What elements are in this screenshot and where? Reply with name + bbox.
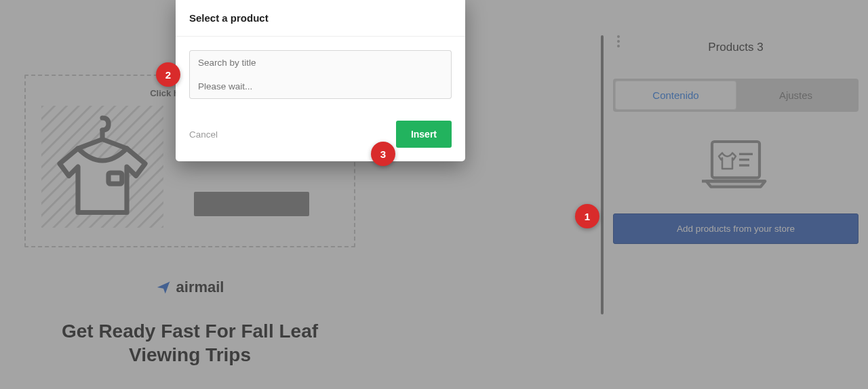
modal-title: Select a product xyxy=(189,12,452,24)
cancel-button[interactable]: Cancel xyxy=(189,129,218,140)
annotation-badge-2: 2 xyxy=(156,62,180,87)
annotation-badge-3: 3 xyxy=(371,142,395,166)
select-product-modal: Select a product Cancel Insert xyxy=(176,0,465,161)
modal-header: Select a product xyxy=(176,0,465,37)
modal-footer: Cancel Insert xyxy=(176,118,465,161)
insert-button[interactable]: Insert xyxy=(396,121,452,148)
product-select-input[interactable] xyxy=(189,75,452,99)
annotation-badge-1: 1 xyxy=(575,204,599,228)
modal-body xyxy=(176,37,465,118)
search-input[interactable] xyxy=(189,50,452,75)
